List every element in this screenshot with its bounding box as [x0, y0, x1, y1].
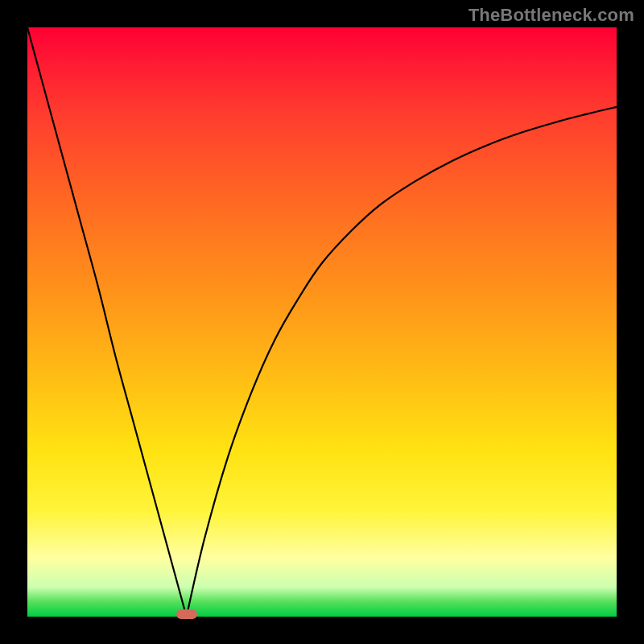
curve-left-branch	[27, 27, 187, 617]
minimum-marker	[176, 609, 197, 619]
plot-area	[27, 27, 617, 617]
curve-right-branch	[187, 107, 617, 617]
watermark-text: TheBottleneck.com	[469, 5, 634, 26]
bottleneck-curve	[27, 27, 617, 617]
chart-frame: TheBottleneck.com	[0, 0, 644, 644]
